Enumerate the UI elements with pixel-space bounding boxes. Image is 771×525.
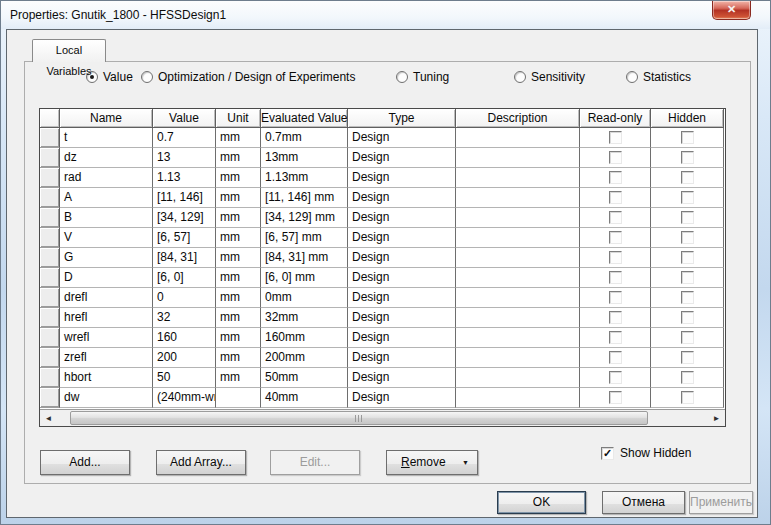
hidden-checkbox[interactable] bbox=[681, 291, 694, 304]
cell-type[interactable]: Design bbox=[348, 268, 456, 288]
table-row[interactable]: drefl0mm0mmDesign bbox=[40, 288, 725, 308]
cell-value[interactable]: 0 bbox=[153, 288, 216, 308]
cell-type[interactable]: Design bbox=[348, 368, 456, 388]
cell-type[interactable]: Design bbox=[348, 328, 456, 348]
add-array-button[interactable]: Add Array... bbox=[156, 450, 246, 475]
row-selector[interactable] bbox=[40, 228, 60, 248]
cell-name[interactable]: dz bbox=[60, 148, 153, 168]
row-selector[interactable] bbox=[40, 168, 60, 188]
cell-type[interactable]: Design bbox=[348, 308, 456, 328]
hidden-checkbox[interactable] bbox=[681, 131, 694, 144]
cell-evaluated[interactable]: [84, 31] mm bbox=[261, 248, 348, 268]
close-button[interactable]: ✕ bbox=[712, 1, 751, 20]
cell-value[interactable]: [84, 31] bbox=[153, 248, 216, 268]
cell-name[interactable]: D bbox=[60, 268, 153, 288]
cell-value[interactable]: 50 bbox=[153, 368, 216, 388]
mode-radio-value[interactable]: Value bbox=[86, 70, 133, 84]
cell-unit[interactable]: mm bbox=[216, 288, 261, 308]
cell-value[interactable]: 160 bbox=[153, 328, 216, 348]
cell-unit[interactable]: mm bbox=[216, 128, 261, 148]
readonly-checkbox[interactable] bbox=[609, 131, 622, 144]
cell-name[interactable]: t bbox=[60, 128, 153, 148]
cell-unit[interactable]: mm bbox=[216, 168, 261, 188]
show-hidden-checkbox[interactable]: ✓ bbox=[601, 447, 614, 460]
scrollbar-thumb[interactable] bbox=[70, 411, 648, 425]
hidden-checkbox[interactable] bbox=[681, 211, 694, 224]
row-selector[interactable] bbox=[40, 348, 60, 368]
cell-unit[interactable]: mm bbox=[216, 148, 261, 168]
cell-description[interactable] bbox=[456, 268, 580, 288]
table-row[interactable]: hbort50mm50mmDesign bbox=[40, 368, 725, 388]
readonly-checkbox[interactable] bbox=[609, 391, 622, 404]
cell-evaluated[interactable]: [6, 57] mm bbox=[261, 228, 348, 248]
cell-value[interactable]: [6, 0] bbox=[153, 268, 216, 288]
column-header-type[interactable]: Type bbox=[348, 109, 456, 128]
radio-icon[interactable] bbox=[396, 71, 408, 83]
cell-unit[interactable]: mm bbox=[216, 308, 261, 328]
ok-button[interactable]: OK bbox=[497, 491, 586, 514]
table-row[interactable]: A[11, 146]mm[11, 146] mmDesign bbox=[40, 188, 725, 208]
cell-value[interactable]: 0.7 bbox=[153, 128, 216, 148]
cell-type[interactable]: Design bbox=[348, 248, 456, 268]
cell-unit[interactable]: mm bbox=[216, 228, 261, 248]
cell-unit[interactable] bbox=[216, 388, 261, 408]
table-row[interactable]: zrefl200mm200mmDesign bbox=[40, 348, 725, 368]
remove-button[interactable]: Remove ▼ bbox=[386, 450, 478, 475]
cell-evaluated[interactable]: 1.13mm bbox=[261, 168, 348, 188]
hidden-checkbox[interactable] bbox=[681, 371, 694, 384]
cell-description[interactable] bbox=[456, 188, 580, 208]
cell-type[interactable]: Design bbox=[348, 388, 456, 408]
scroll-right-icon[interactable]: ► bbox=[708, 411, 725, 426]
row-selector[interactable] bbox=[40, 308, 60, 328]
readonly-checkbox[interactable] bbox=[609, 211, 622, 224]
title-bar[interactable]: Properties: Gnutik_1800 - HFSSDesign1 ✕ bbox=[1, 1, 771, 29]
cell-evaluated[interactable]: 13mm bbox=[261, 148, 348, 168]
hidden-checkbox[interactable] bbox=[681, 331, 694, 344]
cell-description[interactable] bbox=[456, 208, 580, 228]
table-row[interactable]: rad1.13mm1.13mmDesign bbox=[40, 168, 725, 188]
table-row[interactable]: t0.7mm0.7mmDesign bbox=[40, 128, 725, 148]
cell-description[interactable] bbox=[456, 308, 580, 328]
chevron-down-icon[interactable]: ▼ bbox=[462, 451, 469, 474]
table-row[interactable]: dz13mm13mmDesign bbox=[40, 148, 725, 168]
cell-description[interactable] bbox=[456, 248, 580, 268]
row-selector[interactable] bbox=[40, 248, 60, 268]
cell-evaluated[interactable]: 160mm bbox=[261, 328, 348, 348]
cell-name[interactable]: drefl bbox=[60, 288, 153, 308]
cell-name[interactable]: A bbox=[60, 188, 153, 208]
cell-description[interactable] bbox=[456, 368, 580, 388]
radio-icon[interactable] bbox=[514, 71, 526, 83]
table-row[interactable]: dw(240mm-wr...40mmDesign bbox=[40, 388, 725, 408]
readonly-checkbox[interactable] bbox=[609, 291, 622, 304]
table-row[interactable]: V[6, 57]mm[6, 57] mmDesign bbox=[40, 228, 725, 248]
cell-unit[interactable]: mm bbox=[216, 248, 261, 268]
cell-description[interactable] bbox=[456, 288, 580, 308]
hidden-checkbox[interactable] bbox=[681, 271, 694, 284]
cell-value[interactable]: [6, 57] bbox=[153, 228, 216, 248]
cell-unit[interactable]: mm bbox=[216, 208, 261, 228]
row-selector[interactable] bbox=[40, 148, 60, 168]
cell-type[interactable]: Design bbox=[348, 148, 456, 168]
tab-local-variables[interactable]: Local Variables bbox=[32, 39, 106, 62]
readonly-checkbox[interactable] bbox=[609, 251, 622, 264]
cell-evaluated[interactable]: [34, 129] mm bbox=[261, 208, 348, 228]
hidden-checkbox[interactable] bbox=[681, 351, 694, 364]
cell-name[interactable]: dw bbox=[60, 388, 153, 408]
cell-name[interactable]: B bbox=[60, 208, 153, 228]
cell-value[interactable]: 1.13 bbox=[153, 168, 216, 188]
hidden-checkbox[interactable] bbox=[681, 311, 694, 324]
mode-radio-statistics[interactable]: Statistics bbox=[626, 70, 691, 84]
cell-type[interactable]: Design bbox=[348, 168, 456, 188]
hidden-checkbox[interactable] bbox=[681, 171, 694, 184]
cell-type[interactable]: Design bbox=[348, 208, 456, 228]
row-selector[interactable] bbox=[40, 368, 60, 388]
table-row[interactable]: wrefl160mm160mmDesign bbox=[40, 328, 725, 348]
hidden-checkbox[interactable] bbox=[681, 251, 694, 264]
column-header-unit[interactable]: Unit bbox=[216, 109, 261, 128]
column-header-value[interactable]: Value bbox=[153, 109, 216, 128]
cell-type[interactable]: Design bbox=[348, 228, 456, 248]
column-header-name[interactable]: Name bbox=[60, 109, 153, 128]
column-header-description[interactable]: Description bbox=[456, 109, 580, 128]
cell-name[interactable]: rad bbox=[60, 168, 153, 188]
cell-evaluated[interactable]: 50mm bbox=[261, 368, 348, 388]
